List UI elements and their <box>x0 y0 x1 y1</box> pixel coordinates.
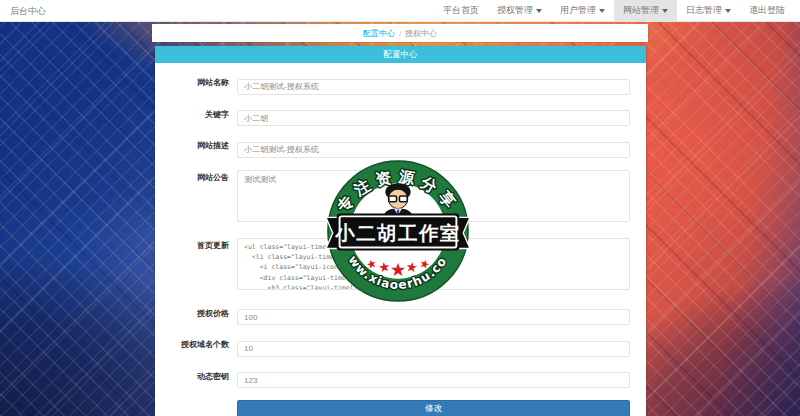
field-label: 动态密钥 <box>171 369 229 389</box>
field-label: 首页更新 <box>171 238 229 294</box>
form-row-domain-count: 授权域名个数 <box>171 337 630 357</box>
nav-item-label: 日志管理 <box>686 4 722 17</box>
form-row-homepage-update: 首页更新 <ul class="layui-timeline"> <li cla… <box>171 238 630 294</box>
nav-item-platform-home[interactable]: 平台首页 <box>434 0 488 22</box>
nav-item-label: 平台首页 <box>443 4 479 17</box>
config-panel: 配置中心 网站名称 关键字 网站描述 网站公告 测试测试 首页更新 <ul cl… <box>155 46 646 416</box>
breadcrumb-parent-link[interactable]: 配置中心 <box>363 28 395 39</box>
spacer <box>171 400 237 416</box>
nav-item-logout[interactable]: 退出登陆 <box>740 0 794 22</box>
form-row-site-name: 网站名称 <box>171 75 630 95</box>
breadcrumb-separator: / <box>399 29 401 38</box>
form-row-site-notice: 网站公告 测试测试 <box>171 170 630 226</box>
app-title: 后台中心 <box>0 0 46 22</box>
nav-item-log-management[interactable]: 日志管理 <box>677 0 740 22</box>
nav-item-license-management[interactable]: 授权管理 <box>488 0 551 22</box>
form-row-license-price: 授权价格 <box>171 306 630 326</box>
nav-item-site-management[interactable]: 网站管理 <box>614 0 677 22</box>
chevron-down-icon <box>662 9 668 13</box>
form-row-dynamic-key: 动态密钥 <box>171 369 630 389</box>
nav-item-user-management[interactable]: 用户管理 <box>551 0 614 22</box>
domain-count-input[interactable] <box>237 341 630 357</box>
homepage-update-textarea[interactable]: <ul class="layui-timeline"> <li class="l… <box>237 238 630 290</box>
form-row-site-description: 网站描述 <box>171 138 630 158</box>
config-form: 网站名称 关键字 网站描述 网站公告 测试测试 首页更新 <ul class="… <box>155 63 646 416</box>
chevron-down-icon <box>725 9 731 13</box>
field-label: 网站描述 <box>171 138 229 158</box>
dynamic-key-input[interactable] <box>237 372 630 388</box>
field-label: 授权域名个数 <box>171 337 229 357</box>
nav-item-label: 用户管理 <box>560 4 596 17</box>
site-name-input[interactable] <box>237 79 630 95</box>
site-notice-textarea[interactable]: 测试测试 <box>237 170 630 222</box>
breadcrumb: 配置中心 / 授权中心 <box>152 24 648 42</box>
field-label: 关键字 <box>171 107 229 127</box>
nav-item-label: 退出登陆 <box>749 4 785 17</box>
modify-submit-button[interactable]: 修改 <box>237 400 630 416</box>
nav-item-label: 授权管理 <box>497 4 533 17</box>
site-description-input[interactable] <box>237 142 630 158</box>
form-row-submit: 修改 <box>171 400 630 416</box>
panel-title: 配置中心 <box>155 46 646 63</box>
chevron-down-icon <box>599 9 605 13</box>
chevron-down-icon <box>536 9 542 13</box>
nav-item-label: 网站管理 <box>623 4 659 17</box>
field-label: 网站名称 <box>171 75 229 95</box>
field-label: 网站公告 <box>171 170 229 226</box>
nav-menu: 平台首页 授权管理 用户管理 网站管理 日志管理 退出登陆 <box>434 0 794 22</box>
keywords-input[interactable] <box>237 110 630 126</box>
field-label: 授权价格 <box>171 306 229 326</box>
breadcrumb-current: 授权中心 <box>405 28 437 39</box>
top-navbar: 后台中心 平台首页 授权管理 用户管理 网站管理 日志管理 退出登陆 <box>0 0 800 22</box>
license-price-input[interactable] <box>237 309 630 325</box>
screen: 后台中心 平台首页 授权管理 用户管理 网站管理 日志管理 退出登陆 <box>0 0 800 416</box>
form-row-keywords: 关键字 <box>171 107 630 127</box>
